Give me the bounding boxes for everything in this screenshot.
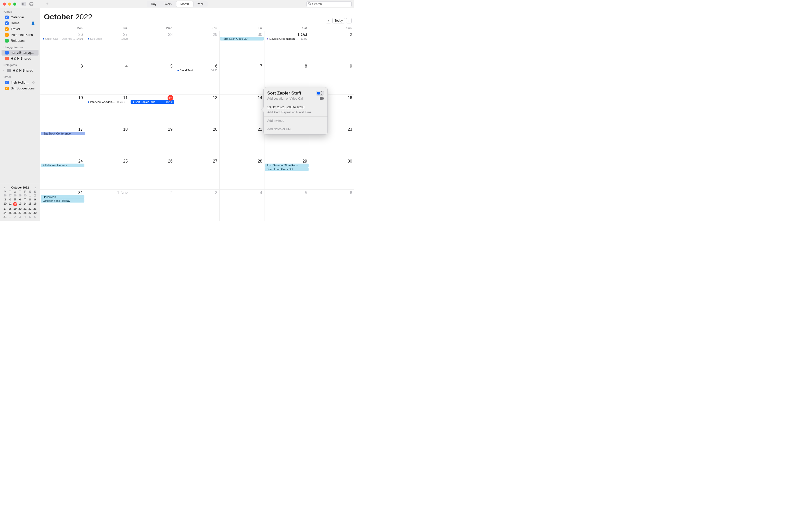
event-datetime[interactable]: 13 Oct 2022 09:00 to 10:00 xyxy=(264,105,327,110)
mini-day-cell[interactable]: 5 xyxy=(28,215,33,219)
search-input[interactable] xyxy=(312,2,350,6)
day-cell[interactable]: 18 xyxy=(85,126,130,158)
mini-day-cell[interactable]: 6 xyxy=(33,215,38,219)
inbox-icon[interactable] xyxy=(29,2,34,6)
mini-day-cell[interactable]: 12 xyxy=(12,202,17,206)
mini-day-cell[interactable]: 4 xyxy=(8,198,13,201)
view-year[interactable]: Year xyxy=(193,1,207,7)
view-week[interactable]: Week xyxy=(160,1,176,7)
calendar-checkbox[interactable] xyxy=(5,15,9,19)
fullscreen-window-button[interactable] xyxy=(13,3,16,6)
mini-next-button[interactable]: › xyxy=(34,186,38,189)
calendar-list-item[interactable]: Travel xyxy=(2,26,39,32)
mini-day-cell[interactable]: 15 xyxy=(28,202,33,206)
calendar-event[interactable]: October Bank Holiday xyxy=(41,199,85,203)
day-cell[interactable]: 10 xyxy=(40,95,85,126)
calendar-event[interactable]: See Leon14:00 xyxy=(86,37,129,41)
day-cell[interactable]: 19 xyxy=(130,126,175,158)
calendar-checkbox[interactable] xyxy=(5,33,9,37)
mini-day-cell[interactable]: 30 xyxy=(22,193,28,197)
day-cell[interactable]: 27See Leon14:00 xyxy=(85,31,130,63)
calendar-event[interactable] xyxy=(130,132,174,132)
next-month-button[interactable]: › xyxy=(346,18,352,23)
day-cell[interactable]: 1 OctDavid's Groomsmen Lun…13:00 xyxy=(264,31,309,63)
event-invitees-input[interactable]: Add Invitees xyxy=(264,118,327,123)
day-cell[interactable]: 21 xyxy=(219,126,264,158)
disclosure-icon[interactable]: › xyxy=(3,69,5,72)
mini-day-cell[interactable]: 24 xyxy=(3,211,8,215)
day-cell[interactable]: 24Ailish's Anniversary xyxy=(40,158,85,189)
mini-day-cell[interactable]: 8 xyxy=(28,198,33,201)
event-calendar-picker[interactable]: ⌃⌄ xyxy=(316,91,324,96)
day-cell[interactable]: 28 xyxy=(130,31,175,63)
calendar-color-swatch[interactable] xyxy=(5,57,9,60)
mini-day-cell[interactable]: 18 xyxy=(8,207,13,211)
calendar-list-item[interactable]: Irish Holidays⦾ xyxy=(2,79,39,86)
calendar-checkbox[interactable] xyxy=(5,21,9,25)
day-cell[interactable]: 11Interview w/ Adobe's…18:30 IST xyxy=(85,95,130,126)
day-cell[interactable]: 2 xyxy=(309,31,354,63)
mini-prev-button[interactable]: ‹ xyxy=(3,186,6,189)
add-event-button[interactable]: + xyxy=(46,1,49,7)
mini-day-cell[interactable]: 27 xyxy=(8,193,13,197)
search-field[interactable] xyxy=(306,1,352,7)
day-cell[interactable]: 17SaaStock Conference xyxy=(40,126,85,158)
day-cell[interactable]: 6 xyxy=(309,189,354,221)
mini-day-cell[interactable]: 14 xyxy=(22,202,28,206)
day-cell[interactable]: 26 xyxy=(130,158,175,189)
mini-day-cell[interactable]: 21 xyxy=(22,207,28,211)
event-alert-input[interactable]: Add Alert, Repeat or Travel Time xyxy=(264,110,327,115)
calendar-color-swatch[interactable] xyxy=(7,69,11,72)
mini-day-cell[interactable]: 16 xyxy=(33,202,38,206)
mini-day-cell[interactable]: 4 xyxy=(22,215,28,219)
mini-day-cell[interactable]: 7 xyxy=(22,198,28,201)
mini-day-cell[interactable]: 28 xyxy=(12,193,17,197)
mini-day-cell[interactable]: 5 xyxy=(12,198,17,201)
mini-day-cell[interactable]: 2 xyxy=(12,215,17,219)
view-month[interactable]: Month xyxy=(176,1,193,7)
calendar-checkbox[interactable] xyxy=(5,27,9,31)
calendar-list-item[interactable]: Releases xyxy=(2,38,39,44)
day-cell[interactable]: 28 xyxy=(219,158,264,189)
calendar-list-item[interactable]: ›H & H Shared xyxy=(2,67,39,73)
day-cell[interactable]: 3 xyxy=(175,189,220,221)
mini-day-cell[interactable]: 13 xyxy=(17,202,23,206)
view-day[interactable]: Day xyxy=(147,1,160,7)
day-cell[interactable]: 26Quick Call — Joe hoeme14:30 xyxy=(40,31,85,63)
day-cell[interactable]: 30 xyxy=(309,158,354,189)
event-title-input[interactable] xyxy=(267,91,313,96)
day-cell[interactable]: 30Term Loan Goes Out xyxy=(219,31,264,63)
mini-day-cell[interactable]: 10 xyxy=(3,202,8,206)
mini-day-cell[interactable]: 22 xyxy=(28,207,33,211)
mini-day-cell[interactable]: 23 xyxy=(33,207,38,211)
calendar-event[interactable]: David's Groomsmen Lun…13:00 xyxy=(265,37,309,41)
calendar-list-item[interactable]: H & H Shared xyxy=(2,56,39,61)
day-cell[interactable]: 27 xyxy=(175,158,220,189)
calendar-list-item[interactable]: Siri Suggestions xyxy=(2,86,39,91)
event-location-input[interactable]: Add Location or Video Call xyxy=(267,97,303,100)
mini-day-cell[interactable]: 11 xyxy=(8,202,13,206)
mini-day-cell[interactable]: 20 xyxy=(17,207,23,211)
mini-day-cell[interactable]: 31 xyxy=(3,215,8,219)
calendar-event[interactable]: Halloween xyxy=(41,195,85,199)
mini-day-cell[interactable]: 1 xyxy=(8,215,13,219)
calendar-event[interactable]: Term Loan Goes Out xyxy=(265,167,309,171)
calendar-list-item[interactable]: Home👤 xyxy=(2,20,39,26)
calendar-event[interactable]: Quick Call — Joe hoeme14:30 xyxy=(41,37,85,41)
mini-day-cell[interactable]: 6 xyxy=(17,198,23,201)
mini-day-cell[interactable]: 9 xyxy=(33,198,38,201)
mini-day-cell[interactable]: 3 xyxy=(17,215,23,219)
calendar-event[interactable]: Interview w/ Adobe's…18:30 IST xyxy=(86,100,129,104)
day-cell[interactable]: 29 xyxy=(175,31,220,63)
mini-day-cell[interactable]: 30 xyxy=(33,211,38,215)
mini-day-cell[interactable]: 27 xyxy=(17,211,23,215)
calendar-checkbox[interactable] xyxy=(5,51,9,55)
calendar-list-item[interactable]: Potential Plans xyxy=(2,32,39,38)
day-cell[interactable]: 4 xyxy=(219,189,264,221)
mini-day-cell[interactable]: 26 xyxy=(12,211,17,215)
calendar-event[interactable]: Ailish's Anniversary xyxy=(41,164,85,167)
day-cell[interactable]: 4 xyxy=(85,63,130,95)
mini-day-cell[interactable]: 26 xyxy=(3,193,8,197)
day-cell[interactable]: 5 xyxy=(130,63,175,95)
calendar-checkbox[interactable] xyxy=(5,81,9,84)
